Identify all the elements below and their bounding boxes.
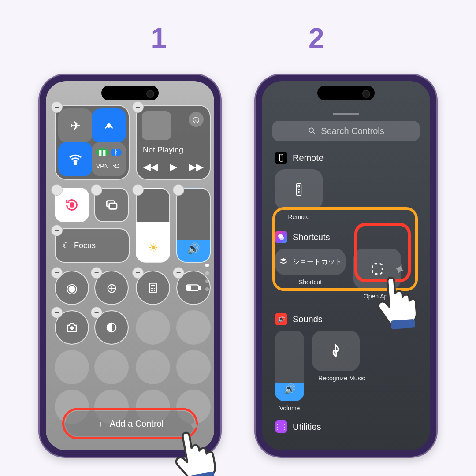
svg-rect-26: [190, 472, 215, 476]
remove-badge[interactable]: −: [132, 267, 144, 279]
sounds-app-icon: 🔊: [275, 313, 287, 325]
svg-point-23: [298, 189, 299, 190]
focus-toggle[interactable]: − ☾ Focus: [55, 228, 130, 263]
personal-hotspot-icon: ⟲: [111, 161, 122, 171]
dynamic-island: [101, 86, 159, 100]
svg-point-7: [151, 288, 152, 289]
remove-badge[interactable]: −: [173, 184, 184, 196]
sheet-grabber[interactable]: [333, 113, 359, 115]
remove-badge[interactable]: −: [91, 307, 102, 318]
phone-frame-1: − ✈︎ ▮▮ ᚼ VPN ⟲ − ◎ N: [40, 75, 220, 457]
media-module[interactable]: − ◎ Not Playing ◀◀ ▶ ▶▶: [136, 105, 211, 180]
shortcuts-app-icon: [275, 231, 287, 243]
svg-point-10: [151, 290, 152, 291]
section-header-utilities-label: Utilities: [293, 422, 321, 432]
connectivity-module[interactable]: − ✈︎ ▮▮ ᚼ VPN ⟲: [55, 105, 130, 180]
step-number-2: 2: [309, 22, 325, 55]
svg-point-24: [298, 191, 299, 192]
dynamic-island: [317, 86, 375, 100]
svg-point-8: [152, 288, 153, 289]
section-header-remote-label: Remote: [293, 153, 324, 163]
volume-slider[interactable]: − 🔊: [176, 188, 211, 263]
screen-record-toggle[interactable]: −◉: [55, 271, 89, 305]
control-item-shortcut[interactable]: ショートカット Shortcut: [275, 249, 346, 300]
rewind-icon[interactable]: ◀◀: [143, 161, 158, 173]
connectivity-more[interactable]: ▮▮ ᚼ VPN ⟲: [92, 142, 126, 176]
volume-icon: 🔊: [284, 383, 296, 395]
control-item-shortcut-text: ショートカット: [293, 257, 342, 267]
control-item-remote[interactable]: Remote: [275, 169, 323, 220]
remove-badge[interactable]: −: [91, 267, 102, 279]
forward-icon[interactable]: ▶▶: [189, 161, 204, 173]
step-number-1: 1: [151, 22, 167, 55]
plus-icon: ＋: [97, 418, 105, 430]
album-art-placeholder: [142, 111, 171, 140]
remove-badge[interactable]: −: [51, 184, 63, 196]
remove-badge[interactable]: −: [51, 307, 63, 318]
airplay-icon[interactable]: ◎: [189, 112, 204, 127]
svg-rect-6: [151, 285, 155, 286]
control-item-shortcut-label: Shortcut: [299, 279, 322, 286]
remove-badge[interactable]: −: [173, 267, 184, 279]
utilities-app-icon: ⋮⋮: [275, 420, 287, 433]
moon-icon: ☾: [63, 241, 70, 250]
svg-rect-25: [372, 264, 383, 274]
dark-mode-toggle[interactable]: −: [94, 310, 129, 345]
remote-app-icon: [275, 152, 287, 164]
section-header-utilities: ⋮⋮ Utilities: [275, 420, 420, 433]
svg-point-22: [298, 185, 300, 187]
empty-slot[interactable]: [94, 350, 129, 384]
remove-badge[interactable]: −: [132, 184, 144, 196]
page-indicator[interactable]: [205, 264, 209, 291]
section-header-remote: Remote: [275, 152, 420, 164]
search-controls-field[interactable]: Search Controls: [272, 121, 420, 141]
magnifier-toggle[interactable]: −⊕: [94, 271, 129, 305]
empty-slot[interactable]: [136, 350, 170, 384]
svg-rect-4: [109, 203, 117, 209]
screen-mirroring-toggle[interactable]: −: [94, 188, 129, 222]
search-icon: [308, 126, 316, 135]
svg-rect-14: [199, 286, 200, 290]
stack-icon: [279, 257, 288, 267]
screen-control-center-edit: − ✈︎ ▮▮ ᚼ VPN ⟲ − ◎ N: [46, 81, 214, 450]
control-item-volume[interactable]: 🔊 Volume: [275, 331, 304, 412]
control-item-volume-label: Volume: [279, 405, 300, 412]
brightness-slider[interactable]: − ☀︎: [136, 188, 170, 263]
svg-rect-19: [279, 154, 283, 161]
svg-point-12: [154, 290, 155, 291]
camera-toggle[interactable]: −: [55, 310, 89, 345]
search-placeholder: Search Controls: [321, 126, 384, 136]
svg-point-11: [152, 290, 153, 291]
orientation-lock-toggle[interactable]: −: [55, 188, 89, 222]
control-item-recognize-music[interactable]: Recognize Music: [312, 331, 360, 382]
control-item-remote-label: Remote: [288, 213, 309, 220]
add-a-control-label: Add a Control: [110, 419, 164, 429]
empty-slot[interactable]: [176, 350, 211, 384]
add-a-control-button[interactable]: ＋ Add a Control: [65, 411, 195, 436]
wifi-icon[interactable]: [58, 142, 93, 176]
svg-rect-2: [70, 203, 73, 207]
control-item-recognize-label: Recognize Music: [318, 375, 353, 382]
remove-badge[interactable]: −: [91, 184, 102, 196]
vpn-icon: VPN: [96, 163, 109, 170]
brightness-icon: ☀︎: [148, 241, 158, 255]
section-header-shortcuts-label: Shortcuts: [293, 232, 330, 242]
svg-rect-15: [188, 286, 191, 290]
empty-slot[interactable]: [176, 310, 211, 345]
empty-slot[interactable]: [136, 310, 170, 345]
airdrop-icon[interactable]: [92, 108, 126, 143]
phone-frame-2: Search Controls Remote Remote: [256, 75, 436, 457]
remove-badge[interactable]: −: [132, 101, 144, 113]
airplane-mode-icon[interactable]: ✈︎: [58, 108, 93, 143]
svg-point-18: [309, 128, 314, 132]
empty-slot[interactable]: [55, 350, 89, 384]
play-icon[interactable]: ▶: [170, 161, 177, 173]
control-item-open-app-label: Open App: [364, 293, 391, 300]
calculator-toggle[interactable]: −: [136, 271, 170, 305]
svg-point-9: [154, 288, 155, 289]
section-header-sounds-label: Sounds: [293, 314, 323, 324]
cellular-icon: ▮▮: [96, 148, 109, 156]
svg-point-1: [74, 163, 77, 165]
remove-badge[interactable]: −: [51, 267, 63, 279]
remove-badge[interactable]: −: [51, 225, 63, 236]
